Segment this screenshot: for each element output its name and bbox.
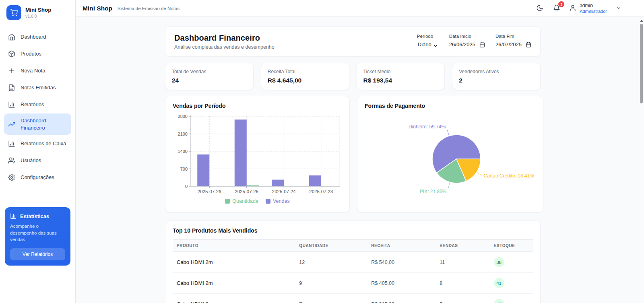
cell-receita: R$ 315,00: [367, 294, 436, 303]
top-products-table: Produto Quantidade Receita Vendas Estoqu…: [173, 239, 533, 303]
file-text-icon: [8, 84, 15, 91]
sidebar-item-label: Usuários: [21, 157, 41, 164]
sidebar-item-nova-nota[interactable]: Nova Nota: [4, 63, 71, 79]
sidebar-item-dashboard[interactable]: Dashboard: [4, 29, 71, 45]
page-header-card: Dashboard Financeiro Análise completa da…: [165, 26, 541, 57]
cell-receita: R$ 405,00: [367, 273, 436, 294]
cell-quantidade: 9: [295, 273, 367, 294]
bar-chart-title: Vendas por Período: [173, 103, 342, 109]
bar-chart-card: Vendas por Período 07001400210028002025-…: [165, 96, 350, 212]
user-icon: [569, 4, 576, 12]
cell-produto: Cabo HDMI 2m: [173, 273, 295, 294]
cell-produto: Cabo HDMI 2m: [173, 294, 295, 303]
stat-value: R$ 4.645,00: [268, 77, 343, 84]
scrollbar-up-arrow[interactable]: [640, 20, 643, 22]
legend-label: Vendas: [273, 198, 290, 204]
stat-label: Total de Vendas: [172, 69, 247, 74]
cell-receita: R$ 540,00: [367, 252, 436, 273]
cell-vendas: 7: [436, 294, 489, 303]
sidebar-item-label: Produtos: [21, 50, 41, 58]
sidebar: Mini Shop v1.0.0 Dashboard Produtos Nova…: [0, 0, 76, 303]
package-icon: [8, 50, 15, 58]
stat-card-receita-total: Receita Total R$ 4.645,00: [261, 63, 349, 90]
start-date-input[interactable]: 26/06/2025: [449, 41, 485, 47]
user-name: admin: [580, 3, 607, 8]
cell-vendas: 8: [436, 273, 489, 294]
trending-up-icon: [8, 121, 15, 128]
legend-swatch-green: [225, 199, 230, 204]
pie-chart-card: Formas de Pagamento Dinheiro: 59.74%PIX:…: [357, 96, 543, 212]
dark-mode-toggle[interactable]: [535, 4, 544, 12]
cell-quantidade: 12: [295, 252, 367, 273]
stat-value: 2: [459, 77, 534, 84]
legend-label: Quantidade: [232, 198, 258, 204]
sidebar-item-label: Dashboard Financeiro: [21, 117, 55, 131]
users-icon: [8, 157, 15, 164]
header-app-title: Mini Shop: [83, 5, 112, 12]
table-row[interactable]: Cabo HDMI 2m 9 R$ 405,00 8 41: [173, 273, 533, 294]
page-title: Dashboard Financeiro: [174, 33, 275, 43]
stat-label: Vendedores Ativos: [459, 69, 534, 74]
column-header-estoque: Estoque: [490, 240, 533, 252]
calendar-icon[interactable]: [526, 42, 531, 47]
table-row[interactable]: Cabo HDMI 2m 7 R$ 315,00 7 42: [173, 294, 533, 303]
notification-count-badge: 3: [558, 1, 564, 7]
legend-item-vendas[interactable]: Vendas: [266, 198, 290, 204]
shopping-cart-icon: [6, 5, 21, 20]
svg-text:700: 700: [180, 167, 188, 171]
bar-chart-icon: [8, 101, 15, 108]
promo-description: Acompanhe o desempenho das suas vendas: [10, 223, 65, 243]
sidebar-item-notas-emitidas[interactable]: Notas Emitidas: [4, 80, 71, 96]
user-role: Administrador: [580, 9, 607, 14]
svg-text:2800: 2800: [178, 114, 188, 119]
sidebar-item-label: Nova Nota: [21, 67, 45, 74]
svg-text:2025-07-26: 2025-07-26: [198, 189, 221, 194]
user-menu[interactable]: admin Administrador: [569, 3, 621, 13]
table-row[interactable]: Cabo HDMI 2m 12 R$ 540,00 11 38: [173, 252, 533, 273]
sidebar-item-relatorios-de-caixa[interactable]: Relatórios de Caixa: [4, 136, 71, 152]
column-header-produto: Produto: [173, 240, 295, 252]
svg-text:2025-07-25: 2025-07-25: [235, 189, 258, 194]
page-subtitle: Análise completa das vendas e desempenho: [174, 44, 275, 50]
period-filter: Período Diário: [417, 34, 439, 49]
stock-badge: 38: [494, 257, 504, 267]
sidebar-item-produtos[interactable]: Produtos: [4, 46, 71, 62]
pie-chart: Dinheiro: 59.74%PIX: 21.85%Cartão Crédit…: [365, 111, 536, 205]
period-select[interactable]: Diário: [417, 41, 439, 49]
svg-text:Dinheiro: 59.74%: Dinheiro: 59.74%: [409, 124, 446, 130]
cell-produto: Cabo HDMI 2m: [173, 252, 295, 273]
bar-chart-legend: Quantidade Vendas: [173, 198, 342, 204]
sidebar-item-configuracoes[interactable]: Configurações: [4, 169, 71, 186]
top-products-card: Top 10 Produtos Mais Vendidos Produto Qu…: [165, 221, 541, 303]
moon-icon: [536, 4, 543, 12]
pie-chart-title: Formas de Pagamento: [365, 103, 536, 109]
table-header-row: Produto Quantidade Receita Vendas Estoqu…: [173, 240, 533, 252]
ver-relatorios-button[interactable]: Ver Relatórios: [10, 248, 65, 260]
sidebar-item-label: Relatórios de Caixa: [21, 140, 66, 147]
stat-card-total-vendas: Total de Vendas 24: [165, 63, 254, 90]
scrollbar-thumb[interactable]: [640, 24, 643, 103]
sidebar-item-usuarios[interactable]: Usuários: [4, 153, 71, 169]
bar-chart-icon: [10, 213, 17, 219]
statistics-promo-card: Estatísticas Acompanhe o desempenho das …: [5, 207, 70, 266]
legend-item-quantidade[interactable]: Quantidade: [225, 198, 258, 204]
main-content: Dashboard Financeiro Análise completa da…: [76, 17, 639, 303]
calendar-icon[interactable]: [479, 42, 485, 47]
sidebar-item-dashboard-financeiro[interactable]: Dashboard Financeiro: [4, 113, 71, 135]
scrollbar[interactable]: [639, 18, 644, 303]
header-tagline: Sistema de Emissão de Notas: [118, 6, 180, 11]
svg-text:Cartão Crédito: 18.41%: Cartão Crédito: 18.41%: [484, 173, 535, 179]
app-version: v1.0.0: [25, 14, 52, 19]
sidebar-item-relatorios[interactable]: Relatórios: [4, 97, 71, 113]
notifications-button[interactable]: 3: [552, 4, 561, 12]
svg-text:1400: 1400: [178, 149, 188, 154]
plus-icon: [8, 67, 15, 74]
filters: Período Diário Data Início 26/06/2025: [417, 34, 531, 49]
stat-card-vendedores-ativos: Vendedores Ativos 2: [452, 63, 541, 90]
end-date-input[interactable]: 26/07/2025: [495, 41, 531, 47]
gear-icon: [8, 174, 15, 181]
stat-cards-row: Total de Vendas 24 Receita Total R$ 4.64…: [165, 63, 541, 90]
cell-quantidade: 7: [295, 294, 367, 303]
stat-value: R$ 193,54: [363, 77, 438, 84]
app-logo-block: Mini Shop v1.0.0: [0, 0, 75, 27]
